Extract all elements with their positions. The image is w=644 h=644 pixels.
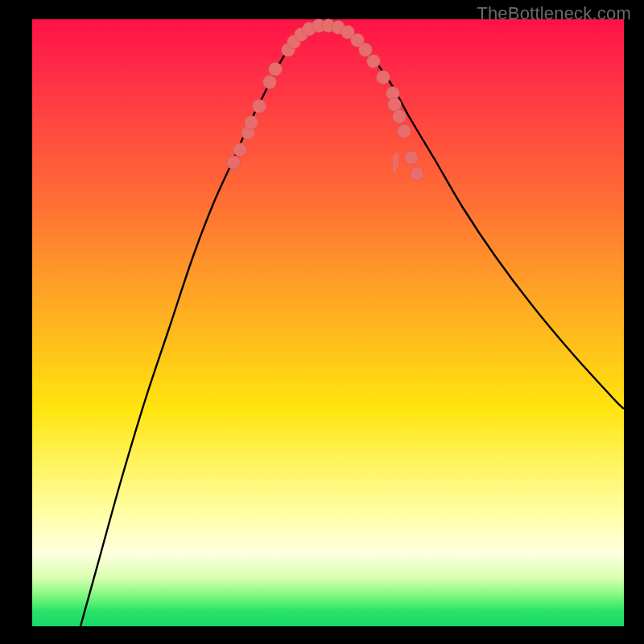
plot-area — [32, 19, 624, 626]
bottleneck-curve — [80, 21, 624, 626]
marker-dot — [367, 55, 381, 68]
flash-ticks — [394, 155, 397, 171]
marker-dot — [233, 143, 247, 157]
chart-frame: TheBottleneck.com — [0, 0, 644, 644]
marker-dot — [245, 116, 258, 130]
marker-dot — [253, 100, 266, 114]
marker-dot — [388, 98, 402, 112]
curve-layer — [32, 19, 624, 626]
marker-dot — [405, 151, 419, 165]
marker-dot — [411, 167, 424, 181]
marker-dot — [359, 43, 373, 57]
watermark-text: TheBottleneck.com — [477, 3, 631, 24]
marker-dot — [398, 125, 411, 138]
marker-dot — [393, 110, 407, 124]
marker-dot — [227, 156, 241, 170]
marker-dot — [269, 63, 283, 76]
curve-line — [80, 21, 624, 626]
marker-dot — [377, 71, 390, 85]
marker-dot — [263, 76, 277, 89]
